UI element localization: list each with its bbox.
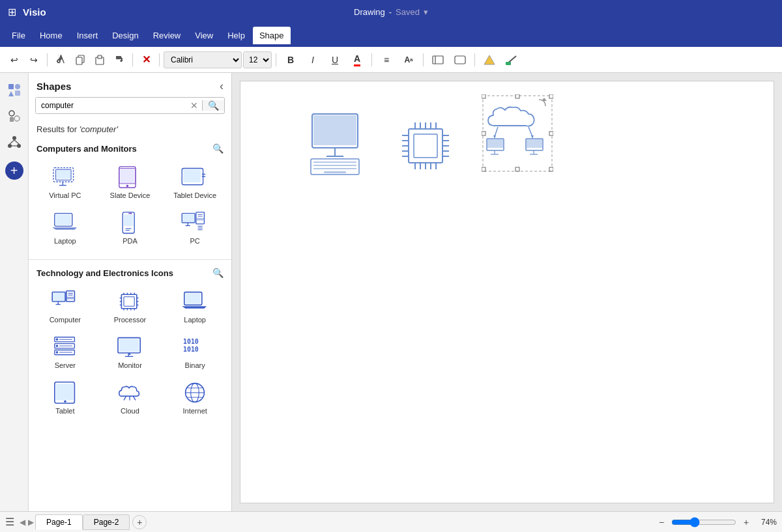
menu-home[interactable]: Home (33, 27, 69, 44)
svg-rect-139 (515, 94, 519, 98)
pda-icon (114, 210, 145, 236)
menu-review[interactable]: Review (147, 27, 188, 44)
canvas-shape-computer[interactable] (306, 111, 377, 184)
shape-item-pc[interactable]: PC (164, 206, 226, 249)
shape-item-tablet-device[interactable]: Tablet Device (164, 160, 226, 203)
canvas-shape-cloud-network[interactable] (482, 94, 553, 175)
page-tab-2[interactable]: Page-2 (83, 514, 130, 530)
cloud-label: Cloud (121, 407, 139, 415)
shape-outline-button[interactable] (450, 51, 471, 69)
monitor-label: Monitor (118, 361, 142, 369)
shape-item-processor[interactable]: Processor (99, 285, 162, 328)
text-box-button[interactable] (427, 51, 448, 69)
shape-item-computer[interactable]: Computer (34, 285, 96, 328)
italic-button[interactable]: I (302, 51, 323, 69)
add-page-button[interactable]: + (132, 515, 147, 529)
zoom-minus-button[interactable]: − (654, 515, 669, 529)
redo-button[interactable]: ↪ (25, 51, 43, 69)
group-divider-1 (29, 259, 231, 260)
computers-shape-grid: Virtual PC Slate Device (29, 158, 231, 251)
prev-page-button[interactable]: ◀ (20, 518, 25, 527)
svg-line-156 (529, 127, 532, 137)
shape-item-laptop[interactable]: Laptop (34, 206, 96, 249)
svg-rect-32 (183, 169, 201, 182)
network-strip-icon[interactable] (3, 130, 26, 154)
delete-button[interactable]: ✕ (137, 51, 155, 69)
menu-help[interactable]: Help (221, 27, 252, 44)
tech-group-search-icon[interactable]: 🔍 (212, 268, 224, 278)
hamburger-button[interactable]: ☰ (5, 516, 14, 528)
laptop-label: Laptop (54, 237, 76, 245)
undo-button[interactable]: ↩ (5, 51, 23, 69)
clear-search-button[interactable]: ✕ (186, 100, 202, 111)
shape-item-pda[interactable]: PDA (99, 206, 162, 249)
svg-rect-3 (98, 55, 102, 59)
svg-point-15 (14, 116, 20, 121)
svg-point-14 (9, 111, 14, 116)
drawing-canvas[interactable] (240, 81, 774, 503)
svg-rect-4 (433, 56, 443, 64)
svg-rect-140 (549, 94, 553, 98)
shape-item-tablet2[interactable]: Tablet (34, 376, 96, 419)
shape-item-cloud[interactable]: Cloud (99, 376, 162, 419)
bold-button[interactable]: B (280, 51, 301, 69)
zoom-slider[interactable] (671, 517, 736, 527)
toolbar-sep-4 (276, 53, 276, 66)
search-button[interactable]: 🔍 (202, 100, 224, 111)
underline-button[interactable]: U (325, 51, 345, 69)
fill-color-button[interactable] (479, 51, 500, 69)
monitor-icon (114, 334, 145, 360)
menu-bar: File Home Insert Design Review View Help… (0, 23, 782, 47)
align-button[interactable]: ≡ (376, 51, 397, 69)
canvas-shape-processor[interactable] (397, 117, 456, 178)
font-color-button[interactable]: A (347, 51, 368, 69)
text-size-button[interactable]: Aa (398, 51, 419, 69)
font-name-select[interactable]: Calibri (164, 51, 242, 68)
menu-file[interactable]: File (5, 27, 32, 44)
pc-label: PC (190, 237, 200, 245)
svg-rect-144 (515, 167, 519, 171)
line-color-button[interactable] (501, 51, 522, 69)
virtual-pc-label: Virtual PC (49, 191, 81, 199)
font-size-select[interactable]: 12 (243, 51, 272, 68)
menu-view[interactable]: View (188, 27, 220, 44)
app-grid-icon[interactable]: ⊞ (8, 6, 16, 18)
menu-insert[interactable]: Insert (70, 27, 105, 44)
svg-marker-12 (8, 91, 14, 96)
computers-group-search-icon[interactable]: 🔍 (212, 143, 224, 154)
zoom-plus-button[interactable]: + (739, 515, 753, 529)
shape-item-server[interactable]: Server (34, 330, 96, 373)
shape-item-internet[interactable]: Internet (164, 376, 226, 419)
shape-item-slate-device[interactable]: Slate Device (99, 160, 162, 203)
page-tab-1[interactable]: Page-1 (35, 514, 83, 529)
next-page-button[interactable]: ▶ (28, 518, 34, 527)
add-shapes-button[interactable]: + (5, 161, 23, 180)
shape-item-laptop2[interactable]: Laptop (164, 285, 226, 328)
saved-label: Saved (396, 7, 420, 17)
toolbar-sep-2 (132, 53, 133, 66)
svg-point-86 (55, 351, 58, 354)
computer-icon (50, 288, 81, 315)
shapes-strip-icon[interactable] (3, 78, 26, 102)
copy-button[interactable] (71, 51, 89, 69)
svg-line-19 (10, 140, 14, 144)
paste-button[interactable] (91, 51, 109, 69)
format-painter-button[interactable] (110, 51, 128, 69)
shape-group-tech-label: Technology and Electronics Icons (36, 268, 173, 278)
shape-item-virtual-pc[interactable]: Virtual PC (34, 160, 96, 203)
pda-label: PDA (123, 237, 138, 245)
shape-item-monitor[interactable]: Monitor (99, 330, 162, 373)
svg-point-16 (12, 136, 16, 140)
svg-rect-36 (55, 214, 70, 225)
menu-design[interactable]: Design (106, 27, 145, 44)
tablet2-label: Tablet (55, 407, 74, 415)
chevron-icon[interactable]: ▾ (424, 7, 428, 17)
stencils-strip-icon[interactable] (3, 104, 26, 128)
cut-button[interactable] (51, 51, 70, 69)
shape-item-binary[interactable]: 1010 1010 Binary (164, 330, 226, 373)
collapse-panel-button[interactable]: ‹ (220, 79, 224, 93)
menu-shape[interactable]: Shape (253, 27, 291, 44)
search-input[interactable] (36, 98, 186, 113)
toolbar-sep-7 (474, 53, 475, 66)
zoom-controls: − + 74% (654, 515, 777, 529)
